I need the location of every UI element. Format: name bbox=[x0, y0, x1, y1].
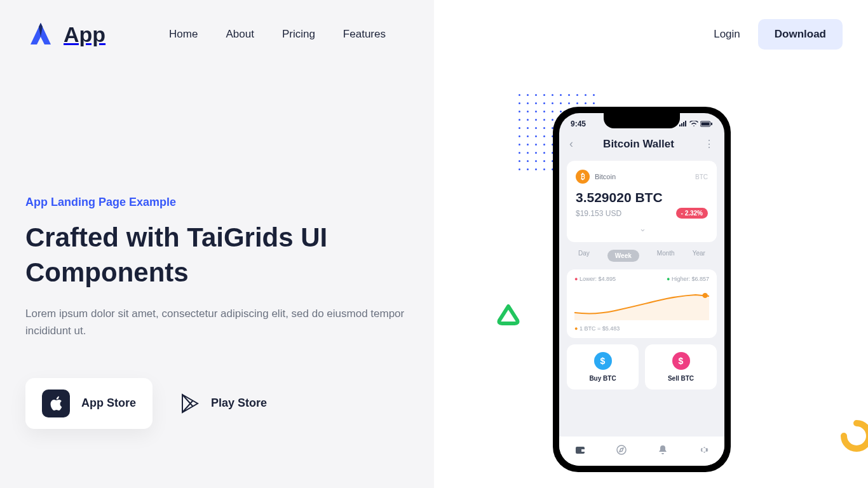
chart-card: Lower: $4.895 Higher: $6.857 1 BTC = $5.… bbox=[567, 269, 717, 338]
svg-rect-2 bbox=[711, 123, 712, 125]
menu-icon[interactable]: ⋮ bbox=[704, 138, 714, 150]
buy-card[interactable]: $ Buy BTC bbox=[567, 344, 639, 390]
balance-amount: 3.529020 BTC bbox=[576, 190, 708, 205]
hero-title: Crafted with TaiGrids UI Components bbox=[25, 220, 432, 290]
range-week[interactable]: Week bbox=[607, 250, 639, 262]
logo-icon bbox=[25, 19, 56, 50]
store-buttons: App Store Play Store bbox=[25, 378, 432, 429]
bell-icon[interactable] bbox=[657, 444, 668, 458]
app-title: Bitcoin Wallet bbox=[603, 138, 674, 151]
nav-home[interactable]: Home bbox=[169, 28, 198, 41]
download-button[interactable]: Download bbox=[758, 19, 843, 50]
coin-row: ₿ Bitcoin BTC bbox=[576, 170, 708, 184]
sell-card[interactable]: $ Sell BTC bbox=[645, 344, 717, 390]
logo[interactable]: App bbox=[25, 19, 105, 50]
play-icon bbox=[180, 393, 200, 414]
coin-name: Bitcoin bbox=[595, 173, 616, 180]
hero-description: Lorem ipsum dolor sit amet, consectetur … bbox=[25, 305, 432, 339]
header-right: Login Download bbox=[714, 19, 843, 50]
buy-label: Buy BTC bbox=[567, 375, 639, 382]
sell-label: Sell BTC bbox=[645, 375, 717, 382]
balance-card: ₿ Bitcoin BTC 3.529020 BTC $19.153 USD -… bbox=[567, 161, 717, 242]
sell-icon: $ bbox=[672, 352, 690, 370]
chart-legend: Lower: $4.895 Higher: $6.857 bbox=[574, 276, 709, 282]
wallet-icon[interactable] bbox=[574, 444, 586, 458]
hero-eyebrow: App Landing Page Example bbox=[25, 196, 432, 209]
nav-about[interactable]: About bbox=[226, 28, 254, 41]
range-tabs: Day Week Month Year bbox=[559, 246, 724, 266]
logo-text: App bbox=[64, 22, 105, 47]
buy-icon: $ bbox=[594, 352, 612, 370]
chevron-down-icon[interactable]: ⌄ bbox=[576, 224, 708, 233]
hero: App Landing Page Example Crafted with Ta… bbox=[0, 69, 868, 429]
usd-value: $19.153 USD bbox=[576, 209, 621, 218]
app-store-label: App Store bbox=[81, 396, 136, 410]
nav-features[interactable]: Features bbox=[343, 28, 386, 41]
range-month[interactable]: Month bbox=[657, 250, 675, 262]
svg-rect-1 bbox=[702, 123, 710, 126]
hero-right: 9:45 ‹ Bitcoin Wallet ⋮ ₿ Bitcoin bbox=[432, 69, 843, 429]
login-link[interactable]: Login bbox=[714, 28, 740, 41]
legend-lower: Lower: $4.895 bbox=[574, 276, 616, 282]
phone-mockup: 9:45 ‹ Bitcoin Wallet ⋮ ₿ Bitcoin bbox=[553, 107, 731, 472]
legend-higher: Higher: $6.857 bbox=[667, 276, 709, 282]
pct-badge: - 2.32% bbox=[676, 208, 708, 219]
svg-point-3 bbox=[702, 293, 707, 298]
coin-symbol: BTC bbox=[695, 173, 708, 180]
balance-row: $19.153 USD - 2.32% bbox=[576, 208, 708, 219]
triangle-decoration bbox=[496, 302, 521, 328]
header: App Home About Pricing Features Login Do… bbox=[0, 0, 868, 69]
nav-pricing[interactable]: Pricing bbox=[282, 28, 315, 41]
main-nav: Home About Pricing Features bbox=[169, 28, 386, 41]
range-day[interactable]: Day bbox=[578, 250, 590, 262]
app-header: ‹ Bitcoin Wallet ⋮ bbox=[559, 128, 724, 157]
bottom-nav bbox=[559, 437, 724, 466]
svg-rect-5 bbox=[581, 449, 585, 452]
chart-line bbox=[574, 288, 709, 320]
svg-point-6 bbox=[617, 445, 626, 454]
back-icon[interactable]: ‹ bbox=[569, 137, 573, 151]
phone-notch bbox=[604, 113, 680, 128]
app-store-button[interactable]: App Store bbox=[25, 378, 153, 429]
compass-icon[interactable] bbox=[616, 444, 627, 458]
range-year[interactable]: Year bbox=[693, 250, 705, 262]
status-time: 9:45 bbox=[571, 119, 586, 128]
btc-rate: 1 BTC = $5.483 bbox=[574, 325, 709, 332]
hero-left: App Landing Page Example Crafted with Ta… bbox=[25, 69, 432, 429]
moon-decoration bbox=[839, 418, 868, 454]
bitcoin-icon: ₿ bbox=[576, 170, 590, 184]
phone-screen: 9:45 ‹ Bitcoin Wallet ⋮ ₿ Bitcoin bbox=[559, 113, 724, 466]
gear-icon[interactable] bbox=[698, 444, 710, 458]
play-store-label: Play Store bbox=[211, 396, 267, 410]
action-row: $ Buy BTC $ Sell BTC bbox=[567, 344, 717, 390]
apple-icon bbox=[42, 390, 70, 417]
play-store-button[interactable]: Play Store bbox=[175, 382, 272, 425]
status-icons bbox=[679, 119, 713, 128]
